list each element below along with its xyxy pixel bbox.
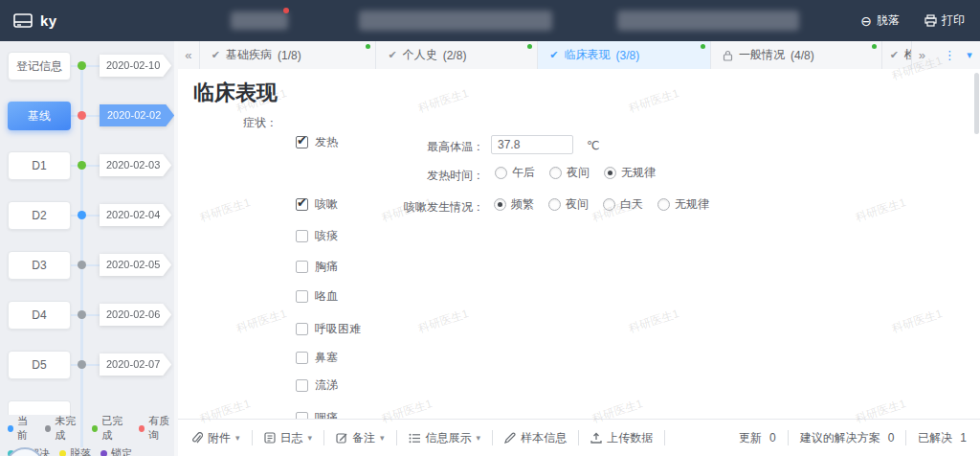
stats-divider bbox=[905, 430, 906, 445]
cough-checkbox[interactable] bbox=[296, 198, 308, 211]
chest-pain-checkbox[interactable] bbox=[296, 261, 308, 273]
notes-button[interactable]: 备注 ▾ bbox=[336, 430, 385, 446]
nasal-congestion-checkbox[interactable] bbox=[296, 352, 308, 364]
toolbar-label: 备注 bbox=[352, 430, 375, 446]
visit-date-tag[interactable]: 2020-02-06 bbox=[100, 304, 171, 326]
tab-label: 临床表现 bbox=[565, 47, 611, 63]
cough-freq-label: 咳嗽发生情况： bbox=[393, 199, 484, 216]
stage-card-registration[interactable]: 登记信息 bbox=[8, 52, 71, 80]
legend-dot bbox=[139, 425, 145, 432]
cough-freq-radio-group: 频繁 夜间 白天 无规律 bbox=[494, 196, 709, 213]
timeline-row: D4 2020-02-06 bbox=[0, 301, 178, 330]
visit-date-tag[interactable]: 2020-02-02 bbox=[100, 104, 174, 126]
radio-label: 无规律 bbox=[621, 165, 656, 181]
radio-night[interactable]: 夜间 bbox=[548, 196, 589, 213]
form-content: 临床表现 症状： 发热 最高体温： ℃ 发热时间： 午后 夜间 无规律 咳嗽 咳… bbox=[178, 69, 980, 419]
legend-label: 已完成 bbox=[101, 414, 129, 443]
redacted-text-2 bbox=[359, 11, 552, 31]
visit-date-tag[interactable]: 2020-02-04 bbox=[100, 204, 171, 226]
stage-card-baseline[interactable]: 基线 bbox=[8, 102, 71, 130]
tab-personal-history[interactable]: ✔ 个人史 (2/8) bbox=[376, 41, 538, 69]
radio-label: 无规律 bbox=[675, 196, 709, 213]
partial-checkbox-row: 咽痛 bbox=[296, 410, 338, 419]
tab-label: 基础疾病 bbox=[226, 47, 272, 63]
redacted-text-1 bbox=[231, 11, 288, 30]
stage-card-d5[interactable]: D5 bbox=[8, 351, 71, 379]
dyspnea-checkbox-row: 呼吸困难 bbox=[296, 321, 361, 337]
radio-irregular[interactable]: 无规律 bbox=[657, 196, 709, 213]
tab-partial[interactable]: ✔ 检 bbox=[882, 41, 911, 69]
tabs-dropdown-caret[interactable]: ▾ bbox=[959, 41, 980, 69]
legend-label: 有质询 bbox=[148, 414, 176, 443]
symptom-label: 咯血 bbox=[315, 288, 338, 305]
symptom-label: 胸痛 bbox=[315, 259, 338, 275]
partial-checkbox[interactable] bbox=[296, 412, 308, 419]
attachment-button[interactable]: 附件 ▾ bbox=[191, 430, 240, 446]
tab-basic-disease[interactable]: ✔ 基础疾病 (1/8) bbox=[200, 41, 377, 69]
bottom-toolbar: 附件 ▾ 日志 ▾ 备注 ▾ bbox=[178, 419, 980, 456]
section-label: 症状： bbox=[243, 115, 278, 131]
tab-count: (2/8) bbox=[443, 49, 467, 62]
radio-daytime[interactable]: 白天 bbox=[603, 196, 643, 213]
caret-down-icon: ▾ bbox=[380, 433, 385, 443]
stage-card-d3[interactable]: D3 bbox=[8, 251, 71, 280]
visit-date-tag[interactable]: 2020-02-05 bbox=[100, 254, 171, 276]
stage-card-d1[interactable]: D1 bbox=[8, 151, 71, 180]
logo-text: ky bbox=[40, 12, 57, 29]
radio-irregular[interactable]: 无规律 bbox=[604, 165, 656, 181]
max-temp-label: 最高体温： bbox=[398, 139, 484, 155]
stage-card-d4[interactable]: D4 bbox=[8, 301, 71, 330]
radio-circle-selected bbox=[494, 198, 506, 211]
tabs-scroll-right[interactable]: » bbox=[911, 41, 933, 69]
radio-circle bbox=[495, 167, 507, 179]
visit-date-tag[interactable]: 2020-02-03 bbox=[100, 154, 171, 176]
tab-count: (4/8) bbox=[791, 49, 814, 62]
runny-nose-checkbox[interactable] bbox=[296, 379, 308, 392]
visit-date-label: 2020-02-02 bbox=[100, 104, 174, 126]
toolbar-label: 信息展示 bbox=[426, 430, 472, 446]
dropout-label: 脱落 bbox=[877, 12, 900, 29]
timeline-row: D1 2020-02-03 bbox=[0, 151, 178, 180]
info-display-button[interactable]: 信息展示 ▾ bbox=[409, 430, 481, 446]
tab-status-dot bbox=[872, 44, 877, 49]
fever-checkbox[interactable] bbox=[296, 136, 308, 148]
legend-dot bbox=[59, 450, 66, 456]
stat-suggested-solutions: 建议的解决方案0 bbox=[800, 430, 895, 446]
radio-frequent[interactable]: 频繁 bbox=[494, 196, 534, 213]
dyspnea-checkbox[interactable] bbox=[296, 323, 308, 335]
content-scrollbar[interactable] bbox=[974, 73, 979, 134]
radio-label: 频繁 bbox=[511, 196, 534, 213]
logo[interactable]: ky bbox=[13, 0, 57, 41]
toolbar-divider bbox=[492, 430, 493, 445]
visit-date-label: 2020-02-07 bbox=[100, 353, 171, 376]
print-button[interactable]: 打印 bbox=[924, 12, 965, 29]
stage-card-partial[interactable] bbox=[8, 400, 71, 415]
sample-info-button[interactable]: 样本信息 bbox=[504, 430, 567, 446]
stage-card-d2[interactable]: D2 bbox=[8, 201, 71, 230]
hemoptysis-checkbox[interactable] bbox=[296, 290, 308, 303]
max-temp-input[interactable] bbox=[491, 135, 573, 154]
toolbar-label: 日志 bbox=[280, 430, 303, 446]
tabs-more-menu[interactable]: ⋮ bbox=[940, 41, 959, 69]
tab-count: (1/8) bbox=[278, 49, 301, 62]
legend-dot bbox=[8, 425, 13, 432]
minus-circle-icon: ⊖ bbox=[860, 14, 872, 28]
radio-label: 夜间 bbox=[567, 165, 590, 181]
tab-clinical-manifestation[interactable]: ✔ 临床表现 (3/8) bbox=[538, 41, 711, 69]
legend-dot bbox=[45, 425, 51, 432]
log-icon bbox=[264, 432, 276, 444]
visit-date-tag[interactable]: 2020-02-07 bbox=[100, 353, 171, 376]
page-title: 临床表现 bbox=[193, 79, 278, 107]
radio-night[interactable]: 夜间 bbox=[549, 165, 590, 181]
list-icon bbox=[409, 433, 421, 444]
radio-afternoon[interactable]: 午后 bbox=[495, 165, 535, 181]
visit-date-tag[interactable]: 2020-02-10 bbox=[100, 55, 171, 77]
tab-general-condition[interactable]: 一般情况 (4/8) bbox=[711, 41, 882, 69]
edit-note-icon bbox=[336, 432, 347, 444]
sputum-checkbox[interactable] bbox=[296, 230, 308, 242]
dropout-button[interactable]: ⊖ 脱落 bbox=[860, 12, 900, 29]
tabs-scroll-left[interactable]: « bbox=[178, 41, 200, 69]
log-button[interactable]: 日志 ▾ bbox=[264, 430, 313, 446]
tab-status-dot bbox=[527, 44, 532, 49]
upload-data-button[interactable]: 上传数据 bbox=[590, 430, 653, 446]
